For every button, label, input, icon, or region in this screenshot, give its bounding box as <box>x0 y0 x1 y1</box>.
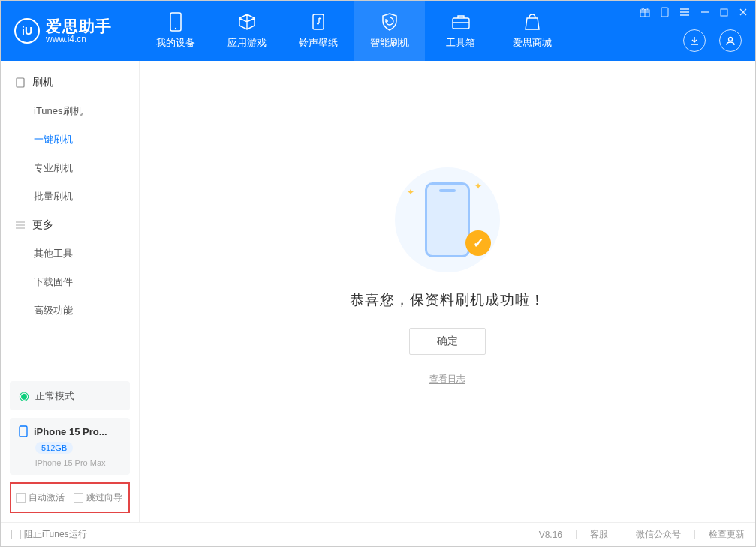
gift-icon[interactable] <box>640 7 650 17</box>
device-name: iPhone 15 Pro... <box>34 426 107 437</box>
app-site: www.i4.cn <box>46 35 112 44</box>
ok-button[interactable]: 确定 <box>409 328 486 355</box>
view-log-link[interactable]: 查看日志 <box>429 373 465 386</box>
nav-label: 我的设备 <box>156 36 195 50</box>
device-card[interactable]: iPhone 15 Pro... 512GB iPhone 15 Pro Max <box>10 418 130 475</box>
status-card[interactable]: ◉ 正常模式 <box>10 381 130 410</box>
nav-smart-flash[interactable]: 智能刷机 <box>354 1 425 61</box>
svg-point-9 <box>729 38 733 41</box>
checkbox-icon <box>74 493 83 503</box>
nav-label: 工具箱 <box>446 36 475 50</box>
nav-label: 应用游戏 <box>227 36 267 50</box>
success-message: 恭喜您，保资料刷机成功啦！ <box>350 290 545 310</box>
device-phone-icon <box>19 425 28 437</box>
checkbox-skip-wizard[interactable]: 跳过向导 <box>74 491 122 504</box>
minimize-icon[interactable] <box>700 8 709 17</box>
separator <box>622 530 622 539</box>
phone-icon <box>166 12 185 32</box>
separator <box>576 530 577 539</box>
sidebar-group-more[interactable]: 更多 <box>1 211 139 239</box>
device-full-name: iPhone 15 Pro Max <box>35 458 121 467</box>
close-icon[interactable] <box>739 8 748 17</box>
footer-link-support[interactable]: 客服 <box>590 528 608 541</box>
svg-rect-10 <box>17 78 24 87</box>
checkbox-label: 自动激活 <box>29 491 65 504</box>
menu-lines-icon <box>14 220 26 230</box>
toolbox-icon <box>451 12 471 32</box>
user-button[interactable] <box>719 29 742 52</box>
app-name: 爱思助手 <box>46 17 112 35</box>
main-content: ✦ ✦ ✓ 恭喜您，保资料刷机成功啦！ 确定 查看日志 <box>140 61 755 522</box>
sidebar-item-pro-flash[interactable]: 专业刷机 <box>1 154 139 182</box>
checkbox-label: 跳过向导 <box>86 491 122 504</box>
logo-area: iU 爱思助手 www.i4.cn <box>1 17 140 44</box>
sidebar-item-batch-flash[interactable]: 批量刷机 <box>1 182 139 211</box>
nav-apps-games[interactable]: 应用游戏 <box>211 1 282 61</box>
menu-icon[interactable] <box>679 8 690 17</box>
checkbox-auto-activate[interactable]: 自动激活 <box>16 491 65 504</box>
version-text: V8.16 <box>539 530 562 540</box>
status-dot-icon: ◉ <box>19 389 29 403</box>
sidebar-item-oneclick-flash[interactable]: 一键刷机 <box>1 125 139 154</box>
footer-link-update[interactable]: 检查更新 <box>709 528 745 541</box>
bag-icon <box>523 12 542 32</box>
group-label: 刷机 <box>32 76 53 89</box>
svg-rect-3 <box>313 14 324 29</box>
success-illustration: ✦ ✦ ✓ <box>395 167 500 272</box>
status-label: 正常模式 <box>35 389 74 403</box>
svg-text:iU: iU <box>22 25 32 37</box>
check-badge-icon: ✓ <box>465 230 491 256</box>
sparkle-icon: ✦ <box>474 181 482 191</box>
device-icon <box>14 77 26 88</box>
footer-link-wechat[interactable]: 微信公众号 <box>636 528 681 541</box>
checkbox-icon <box>11 530 21 539</box>
sparkle-icon: ✦ <box>407 187 414 197</box>
sidebar-item-other-tools[interactable]: 其他工具 <box>1 239 139 268</box>
shield-icon <box>380 12 399 32</box>
logo-icon: iU <box>14 18 40 44</box>
note-icon <box>309 12 328 32</box>
window-controls <box>640 7 748 17</box>
sidebar-item-advanced[interactable]: 高级功能 <box>1 296 139 325</box>
download-button[interactable] <box>683 29 706 52</box>
maximize-icon[interactable] <box>720 8 728 17</box>
svg-rect-8 <box>721 9 727 16</box>
svg-point-2 <box>174 28 176 29</box>
checkbox-label: 阻止iTunes运行 <box>24 528 87 541</box>
svg-rect-5 <box>453 18 469 29</box>
checkbox-block-itunes[interactable]: 阻止iTunes运行 <box>11 528 87 541</box>
svg-rect-7 <box>661 8 668 17</box>
separator <box>694 530 695 539</box>
svg-point-4 <box>316 22 318 24</box>
phone-illustration-icon <box>425 182 470 257</box>
app-header: iU 爱思助手 www.i4.cn 我的设备 应用游戏 铃声壁纸 <box>1 1 755 61</box>
storage-badge: 512GB <box>35 442 73 454</box>
footer: 阻止iTunes运行 V8.16 客服 微信公众号 检查更新 <box>1 522 755 546</box>
nav-ringtones[interactable]: 铃声壁纸 <box>282 1 354 61</box>
group-label: 更多 <box>32 218 53 232</box>
sidebar-item-itunes-flash[interactable]: iTunes刷机 <box>1 97 139 125</box>
sidebar: 刷机 iTunes刷机 一键刷机 专业刷机 批量刷机 更多 其他工具 下载固件 … <box>1 61 140 522</box>
nav-tabs: 我的设备 应用游戏 铃声壁纸 智能刷机 工具箱 爱思商城 <box>140 1 568 61</box>
nav-store[interactable]: 爱思商城 <box>496 1 568 61</box>
nav-toolbox[interactable]: 工具箱 <box>425 1 496 61</box>
nav-label: 智能刷机 <box>370 36 409 50</box>
checkbox-highlight-box: 自动激活 跳过向导 <box>10 482 130 513</box>
sidebar-group-flash[interactable]: 刷机 <box>1 68 139 97</box>
sidebar-item-download-firmware[interactable]: 下载固件 <box>1 268 139 296</box>
nav-my-device[interactable]: 我的设备 <box>140 1 211 61</box>
cube-icon <box>237 12 257 32</box>
checkbox-icon <box>16 493 26 503</box>
mobile-icon[interactable] <box>661 7 669 17</box>
svg-rect-11 <box>20 426 27 437</box>
nav-label: 铃声壁纸 <box>299 36 338 50</box>
nav-label: 爱思商城 <box>513 36 552 50</box>
